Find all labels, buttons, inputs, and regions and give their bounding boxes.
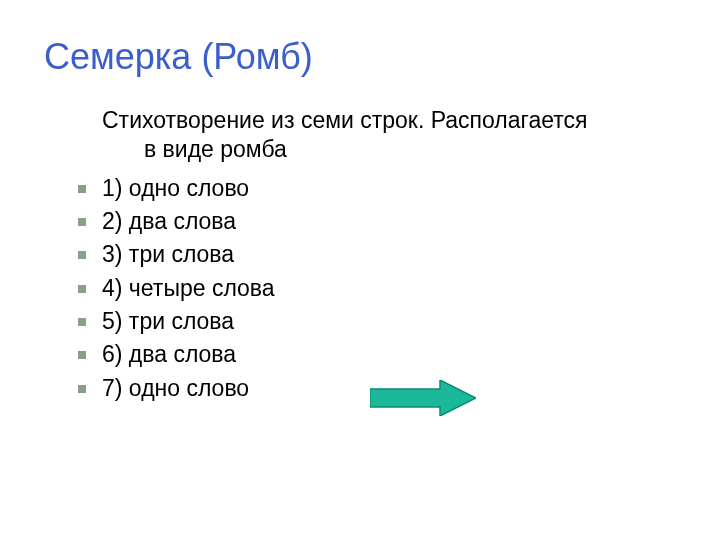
bullet-list: 1) одно слово 2) два слова 3) три слова … — [102, 172, 676, 405]
slide-content: Стихотворение из семи строк. Располагает… — [44, 106, 676, 405]
slide: Семерка (Ромб) Стихотворение из семи стр… — [0, 0, 720, 540]
list-item: 6) два слова — [102, 338, 676, 371]
list-item: 4) четыре слова — [102, 272, 676, 305]
list-item: 3) три слова — [102, 238, 676, 271]
right-arrow-icon — [370, 380, 476, 416]
list-item: 1) одно слово — [102, 172, 676, 205]
description-line-1: Стихотворение из семи строк. Располагает… — [102, 106, 676, 135]
arrow-shape — [370, 380, 476, 416]
description-text: Стихотворение из семи строк. Располагает… — [102, 106, 676, 164]
list-item: 5) три слова — [102, 305, 676, 338]
slide-title: Семерка (Ромб) — [44, 36, 676, 78]
list-item: 2) два слова — [102, 205, 676, 238]
description-line-2: в виде ромба — [102, 135, 676, 164]
